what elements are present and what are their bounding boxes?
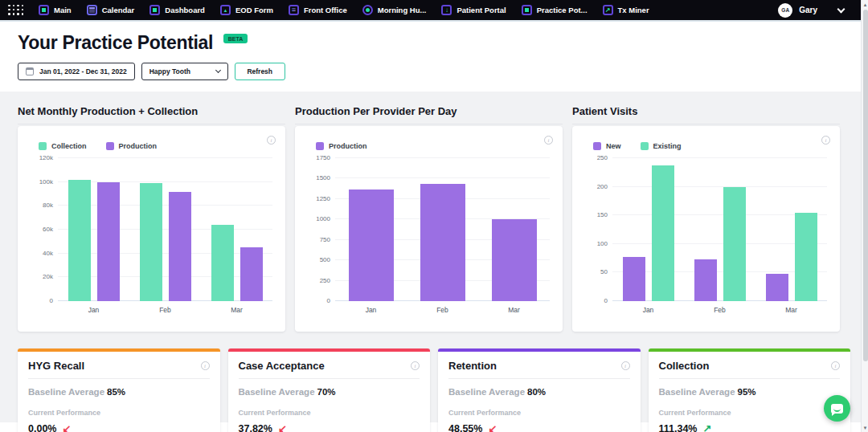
y-tick-label: 100 xyxy=(582,240,608,247)
x-tick-label: Jan xyxy=(58,301,129,316)
chart-card: i Production 17501500125010007505002500J… xyxy=(295,126,563,332)
nav-item-label: Patient Portal xyxy=(457,6,506,14)
y-tick-label: 120k xyxy=(27,154,53,161)
info-icon[interactable]: i xyxy=(821,136,830,145)
trend-arrow-icon: ↙ xyxy=(278,422,287,432)
nav-item-main[interactable]: Main xyxy=(39,5,72,15)
chart-patient-visits: Patient Visits i NewExisting 25020015010… xyxy=(572,105,840,332)
kpi-baseline: Baseline Average85% xyxy=(28,387,210,397)
dashboard-body: Net Monthly Production + Collection i Co… xyxy=(0,92,868,422)
date-range-input[interactable]: Jan 01, 2022 - Dec 31, 2022 xyxy=(18,63,135,80)
trend-arrow-icon: ↙ xyxy=(488,422,497,432)
y-tick-label: 60k xyxy=(27,226,53,233)
y-tick-label: 500 xyxy=(305,256,330,263)
y-tick-label: 0 xyxy=(27,297,53,304)
info-icon[interactable]: i xyxy=(201,361,210,370)
chat-widget-button[interactable] xyxy=(824,395,850,422)
front-icon xyxy=(289,5,299,15)
practice-icon xyxy=(522,5,532,15)
kpi-performance-label: Current Performance xyxy=(28,409,210,417)
y-tick-label: 40k xyxy=(27,250,53,257)
nav-item-eod[interactable]: EOD Form xyxy=(220,5,273,15)
portal-icon xyxy=(441,5,452,15)
chart-card: i CollectionProduction 120k100k80k60k40k… xyxy=(18,126,285,332)
kpi-baseline: Baseline Average95% xyxy=(659,387,841,397)
bar-existing-jan xyxy=(652,165,674,301)
nav-item-txminer[interactable]: Tx Miner xyxy=(603,5,649,15)
eod-icon xyxy=(220,5,231,15)
refresh-button[interactable]: Refresh xyxy=(235,63,285,80)
nav-item-dashboard[interactable]: Dashboard xyxy=(149,5,205,15)
scroll-up-arrow[interactable]: ▲ xyxy=(862,0,868,9)
kpi-row: HYG Recall i Baseline Average85% Current… xyxy=(18,348,850,432)
bar-production-mar xyxy=(492,219,537,301)
calendar-icon xyxy=(87,5,97,15)
page-title: Your Practice Potential xyxy=(18,32,213,53)
info-icon[interactable]: i xyxy=(267,136,276,145)
nav-item-label: Front Office xyxy=(304,6,347,14)
bar-new-jan xyxy=(623,257,645,301)
bar-production-feb xyxy=(420,184,465,301)
nav-item-label: Tx Miner xyxy=(618,6,649,14)
kpi-title: Collection xyxy=(659,360,710,372)
filter-bar: Jan 01, 2022 - Dec 31, 2022 Happy Tooth … xyxy=(0,63,868,80)
location-value: Happy Tooth xyxy=(149,67,190,75)
top-nav: MainCalendarDashboardEOD FormFront Offic… xyxy=(0,0,868,22)
nav-item-practice[interactable]: Practice Pot... xyxy=(522,5,588,15)
charts-row: Net Monthly Production + Collection i Co… xyxy=(18,105,850,332)
dashboard-icon xyxy=(149,5,160,15)
kpi-baseline: Baseline Average80% xyxy=(448,387,630,397)
kpi-performance-label: Current Performance xyxy=(239,409,420,417)
info-icon[interactable]: i xyxy=(621,361,630,370)
nav-item-calendar[interactable]: Calendar xyxy=(87,5,135,15)
scroll-down-arrow[interactable]: ▼ xyxy=(862,423,868,432)
info-icon[interactable]: i xyxy=(411,361,420,370)
x-tick-label: Jan xyxy=(335,301,407,316)
legend-item-existing: Existing xyxy=(641,142,682,150)
chart-title: Patient Visits xyxy=(572,105,840,124)
y-tick-label: 1000 xyxy=(305,215,330,222)
bar-production-feb xyxy=(169,192,191,301)
bar-collection-jan xyxy=(68,180,91,301)
x-tick-label: Mar xyxy=(478,301,550,316)
chart-title: Net Monthly Production + Collection xyxy=(18,105,285,124)
y-tick-label: 0 xyxy=(582,297,608,304)
txminer-icon xyxy=(603,5,613,15)
legend-swatch xyxy=(641,142,649,150)
page-header: Your Practice Potential BETA xyxy=(0,22,868,54)
morning-icon xyxy=(362,5,373,15)
calendar-icon xyxy=(26,67,34,75)
nav-item-label: Main xyxy=(54,6,72,14)
bar-existing-mar xyxy=(795,213,817,301)
nav-item-label: Calendar xyxy=(102,6,135,14)
legend-item-new: New xyxy=(593,142,621,150)
location-select[interactable]: Happy Tooth xyxy=(141,63,228,80)
vertical-scrollbar[interactable]: ▲ ▼ xyxy=(861,0,868,432)
kpi-title: Retention xyxy=(448,360,497,372)
y-tick-label: 1750 xyxy=(305,154,330,161)
chart-legend: CollectionProduction xyxy=(39,142,276,150)
bar-existing-feb xyxy=(723,187,746,301)
y-tick-label: 200 xyxy=(582,183,608,190)
chevron-down-icon xyxy=(837,5,845,13)
x-tick-label: Mar xyxy=(201,301,272,316)
y-tick-label: 100k xyxy=(27,178,53,185)
bar-new-mar xyxy=(766,274,788,301)
nav-item-morning[interactable]: Morning Hu... xyxy=(362,5,427,15)
y-tick-label: 20k xyxy=(27,273,53,280)
app-grid-icon[interactable] xyxy=(8,5,24,16)
nav-item-portal[interactable]: Patient Portal xyxy=(441,5,506,15)
legend-item-production: Production xyxy=(106,142,158,150)
bar-production-jan xyxy=(349,190,394,301)
scrollbar-thumb[interactable] xyxy=(863,10,868,361)
chart-title: Production Per Provider Per Day xyxy=(295,105,563,124)
legend-item-production: Production xyxy=(316,142,367,150)
legend-swatch xyxy=(316,142,324,150)
info-icon[interactable]: i xyxy=(831,361,840,370)
x-tick-label: Feb xyxy=(129,301,201,316)
nav-item-front[interactable]: Front Office xyxy=(289,5,347,15)
bar-chart: 250200150100500JanFebMar xyxy=(582,158,830,316)
user-menu[interactable]: GA Gary xyxy=(778,3,847,18)
nav-item-label: Morning Hu... xyxy=(378,6,427,14)
info-icon[interactable]: i xyxy=(544,136,553,145)
